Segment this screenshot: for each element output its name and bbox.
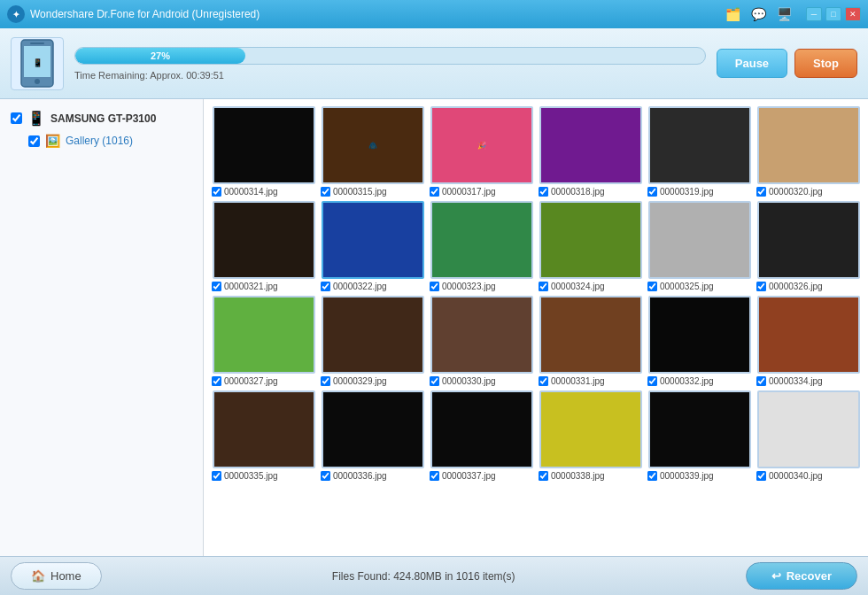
maximize-button[interactable]: □ — [825, 7, 841, 21]
item-checkbox[interactable] — [321, 187, 330, 197]
list-item: 00000321.jpg — [211, 201, 316, 292]
title-bar: ✦ Wondershare Dr.Fone for Android (Unreg… — [0, 0, 868, 28]
list-item: 00000318.jpg — [538, 106, 643, 197]
thumbnail-wrapper[interactable] — [539, 296, 642, 374]
minimize-button[interactable]: ─ — [806, 7, 822, 21]
thumbnail-wrapper[interactable] — [757, 106, 860, 184]
item-checkbox[interactable] — [539, 376, 548, 386]
item-checkbox[interactable] — [321, 282, 330, 291]
pause-button[interactable]: Pause — [717, 49, 787, 78]
item-filename: 00000320.jpg — [769, 187, 823, 197]
thumbnail-wrapper[interactable] — [213, 296, 315, 374]
item-checkbox[interactable] — [647, 376, 657, 386]
item-filename: 00000327.jpg — [224, 376, 278, 386]
device-checkbox[interactable] — [11, 112, 22, 124]
item-label: 00000324.jpg — [538, 281, 643, 292]
item-checkbox[interactable] — [430, 471, 439, 481]
item-checkbox[interactable] — [539, 282, 548, 291]
thumbnail-wrapper[interactable] — [539, 201, 642, 279]
list-item: 🧥 00000315.jpg — [320, 106, 425, 197]
thumbnail-wrapper[interactable] — [648, 390, 751, 468]
list-item: 00000326.jpg — [756, 201, 861, 292]
thumbnail-wrapper[interactable] — [757, 296, 860, 374]
item-label: 00000319.jpg — [647, 186, 752, 197]
item-filename: 00000325.jpg — [660, 282, 714, 291]
thumbnail-wrapper[interactable] — [213, 201, 315, 279]
thumbnail-wrapper[interactable] — [539, 106, 642, 184]
phone-icon: 📱 — [27, 110, 45, 127]
item-filename: 00000336.jpg — [333, 471, 387, 481]
thumbnail-wrapper[interactable]: 🎉 — [430, 106, 533, 184]
item-checkbox[interactable] — [539, 187, 548, 197]
item-checkbox[interactable] — [430, 376, 439, 386]
thumbnail-wrapper[interactable] — [322, 296, 424, 374]
item-filename: 00000323.jpg — [442, 282, 496, 291]
item-checkbox[interactable] — [647, 282, 657, 291]
gallery-icon: 🖼️ — [45, 134, 60, 148]
item-label: 00000339.jpg — [647, 470, 752, 482]
item-checkbox[interactable] — [539, 471, 548, 481]
thumbnail-wrapper[interactable] — [430, 390, 533, 468]
item-checkbox[interactable] — [756, 187, 766, 197]
item-label: 00000340.jpg — [756, 470, 861, 482]
item-filename: 00000326.jpg — [769, 282, 823, 291]
item-label: 00000325.jpg — [647, 281, 752, 292]
list-item: 00000340.jpg — [756, 390, 861, 482]
list-item: 00000320.jpg — [756, 106, 861, 197]
gallery-grid: 00000314.jpg 🧥 00000315.jpg 🎉 00000317.j… — [211, 106, 861, 482]
thumbnail-wrapper[interactable] — [757, 201, 860, 279]
item-checkbox[interactable] — [756, 376, 766, 386]
item-checkbox[interactable] — [212, 187, 221, 197]
sidebar-gallery-item[interactable]: 🖼️ Gallery (1016) — [7, 130, 196, 151]
item-checkbox[interactable] — [756, 471, 766, 481]
thumbnail-wrapper[interactable] — [322, 390, 424, 468]
item-label: 00000329.jpg — [320, 375, 425, 387]
gallery-checkbox[interactable] — [28, 135, 40, 147]
item-checkbox[interactable] — [212, 282, 221, 291]
item-label: 00000314.jpg — [211, 186, 316, 197]
thumbnail-wrapper[interactable] — [757, 390, 860, 468]
item-checkbox[interactable] — [647, 471, 657, 481]
item-filename: 00000334.jpg — [769, 376, 823, 386]
list-item: 00000330.jpg — [429, 296, 534, 387]
list-item: 00000335.jpg — [211, 390, 316, 482]
item-label: 00000317.jpg — [429, 186, 534, 197]
thumbnail-wrapper[interactable] — [430, 201, 533, 279]
thumbnail-wrapper[interactable] — [322, 201, 424, 279]
item-checkbox[interactable] — [756, 282, 766, 291]
item-checkbox[interactable] — [430, 282, 439, 291]
stop-button[interactable]: Stop — [794, 49, 857, 78]
recover-button[interactable]: ↩ Recover — [746, 562, 857, 590]
thumbnail-wrapper[interactable] — [648, 106, 751, 184]
item-label: 00000334.jpg — [756, 375, 861, 387]
thumbnail-wrapper[interactable]: 🧥 — [322, 106, 424, 184]
status-text: Files Found: 424.80MB in 1016 item(s) — [332, 570, 515, 583]
item-checkbox[interactable] — [321, 471, 330, 481]
list-item: 00000339.jpg — [647, 390, 752, 482]
item-filename: 00000315.jpg — [333, 187, 387, 197]
thumbnail-wrapper[interactable] — [648, 201, 751, 279]
app-title: Wondershare Dr.Fone for Android (Unregis… — [30, 8, 725, 20]
thumbnail-wrapper[interactable] — [539, 390, 642, 468]
item-checkbox[interactable] — [321, 376, 330, 386]
svg-point-2 — [35, 79, 40, 84]
thumbnail-wrapper[interactable] — [648, 296, 751, 374]
toolbar: 📱 27% Time Remaining: Approx. 00:39:51 P… — [0, 28, 868, 99]
item-filename: 00000339.jpg — [660, 471, 714, 481]
home-button[interactable]: 🏠 Home — [11, 562, 102, 590]
list-item: 00000334.jpg — [756, 296, 861, 387]
item-checkbox[interactable] — [212, 471, 221, 481]
list-item: 00000323.jpg — [429, 201, 534, 292]
thumbnail-wrapper[interactable] — [430, 296, 533, 374]
item-checkbox[interactable] — [647, 187, 657, 197]
svg-text:📱: 📱 — [33, 58, 43, 68]
item-checkbox[interactable] — [212, 376, 221, 386]
thumbnail-wrapper[interactable] — [213, 390, 315, 468]
list-item: 00000332.jpg — [647, 296, 752, 387]
close-button[interactable]: ✕ — [845, 7, 861, 21]
item-checkbox[interactable] — [430, 187, 439, 197]
progress-bar-fill: 27% — [75, 48, 245, 64]
thumbnail-wrapper[interactable] — [213, 106, 315, 184]
item-label: 00000330.jpg — [429, 375, 534, 387]
list-item: 00000322.jpg — [320, 201, 425, 292]
